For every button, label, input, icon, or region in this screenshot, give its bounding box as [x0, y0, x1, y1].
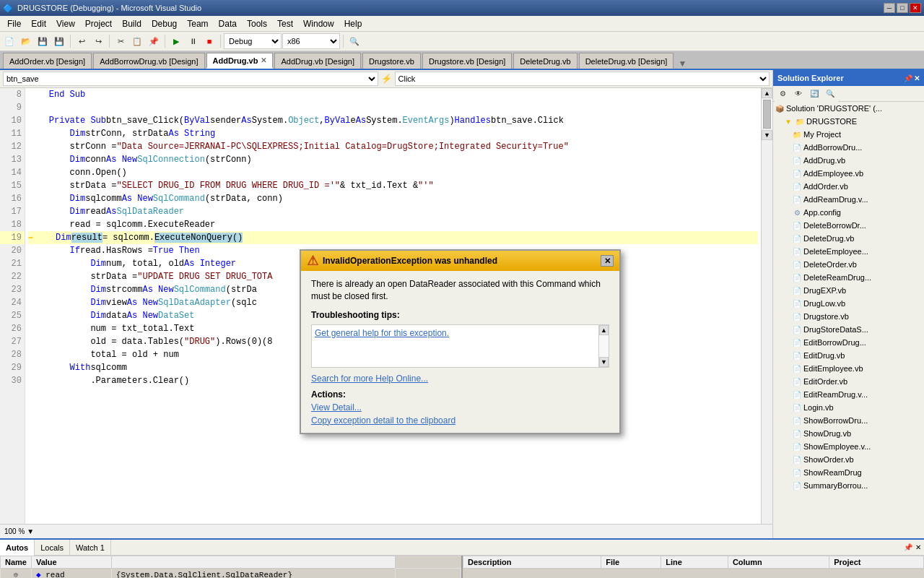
se-editreamdrug[interactable]: 📄 EditReamDrug.v... [773, 388, 924, 401]
tab-addorder-design[interactable]: AddOrder.vb [Design] [3, 53, 92, 69]
se-drugexp[interactable]: 📄 DrugEXP.vb [773, 284, 924, 297]
se-deletereamdrug[interactable]: 📄 DeleteReamDrug... [773, 271, 924, 284]
dlg-sb-dn-btn[interactable]: ▼ [599, 357, 609, 367]
se-project[interactable]: ▼ 📁 DRUGSTORE [773, 115, 924, 128]
menu-project[interactable]: Project [81, 17, 116, 30]
menu-window[interactable]: Window [299, 17, 339, 30]
member-dropdown[interactable]: btn_save [3, 72, 378, 86]
se-deletedrug[interactable]: 📄 DeleteDrug.vb [773, 232, 924, 245]
tab-drugstore[interactable]: Drugstore.vb [362, 53, 421, 69]
se-editborrowdrug[interactable]: 📄 EditBorrowDrug... [773, 336, 924, 349]
tab-adddrug-design[interactable]: AddDrug.vb [Design] [274, 53, 361, 69]
tab-addborrowdrug-design[interactable]: AddBorrowDrug.vb [Design] [93, 53, 204, 69]
tab-locals[interactable]: Locals [35, 540, 70, 556]
se-addemployee[interactable]: 📄 AddEmployee.vb [773, 167, 924, 180]
se-summaryborrow[interactable]: 📄 SummaryBorrou... [773, 479, 924, 492]
se-login[interactable]: 📄 Login.vb [773, 401, 924, 414]
se-adddrug[interactable]: 📄 AddDrug.vb [773, 154, 924, 167]
se-editemployee[interactable]: 📄 EditEmployee.vb [773, 362, 924, 375]
dlg-close-button[interactable]: ✕ [601, 255, 614, 267]
se-editdrug[interactable]: 📄 EditDrug.vb [773, 349, 924, 362]
minimize-button[interactable]: ─ [884, 3, 895, 13]
dlg-view-detail-link[interactable]: View Detail... [311, 402, 609, 413]
dlg-copy-exception-link[interactable]: Copy exception detail to the clipboard [311, 415, 609, 426]
tab-overflow[interactable]: ▼ [675, 59, 689, 69]
tab-autos[interactable]: Autos [0, 540, 35, 556]
se-close-icon[interactable]: ✕ [914, 74, 920, 82]
scrollbar-thumb[interactable] [763, 100, 771, 129]
stop-btn[interactable]: ■ [201, 33, 217, 49]
tab-watch1[interactable]: Watch 1 [70, 540, 111, 556]
scrollbar-down-btn[interactable]: ▼ [762, 130, 772, 140]
save-all-btn[interactable]: 💾 [51, 33, 67, 49]
dlg-scrollbar[interactable]: ▲ ▼ [598, 325, 609, 367]
menu-team[interactable]: Team [183, 17, 212, 30]
menu-tools[interactable]: Tools [243, 17, 271, 30]
se-deleteemployee[interactable]: 📄 DeleteEmployee... [773, 245, 924, 258]
se-properties-btn[interactable]: ⚙ [775, 86, 790, 102]
se-appconfig[interactable]: ⚙ App.config [773, 206, 924, 219]
dlg-search-online-link[interactable]: Search for more Help Online... [311, 374, 609, 384]
code-scrollbar[interactable]: ▲ ▼ [761, 88, 772, 524]
tab-deletedrug-design[interactable]: DeleteDrug.vb [Design] [579, 53, 674, 69]
platform-dropdown[interactable]: x86 Any CPU [282, 33, 340, 49]
open-btn[interactable]: 📂 [18, 33, 34, 49]
expand-read[interactable]: ⊕ [1, 569, 32, 579]
search-btn[interactable]: 🔍 [346, 33, 362, 49]
se-showreamdrug[interactable]: 📄 ShowReamDrug [773, 466, 924, 479]
close-button[interactable]: ✕ [910, 3, 921, 13]
panel-pin-icon[interactable]: 📌 [904, 543, 912, 551]
se-showemployee[interactable]: 📄 ShowEmployee.v... [773, 440, 924, 453]
start-debugging-btn[interactable]: ▶ [168, 33, 184, 49]
tab-deletedrug[interactable]: DeleteDrug.vb [513, 53, 577, 69]
se-druglow[interactable]: 📄 DrugLow.vb [773, 297, 924, 310]
se-show-all-btn[interactable]: 👁 [790, 86, 806, 102]
scrollbar-up-btn[interactable]: ▲ [762, 88, 772, 98]
cut-btn[interactable]: ✂ [113, 33, 128, 49]
se-deleteborrowdrug[interactable]: 📄 DeleteBorrowDr... [773, 219, 924, 232]
tab-drugstore-design[interactable]: Drugstore.vb [Design] [422, 53, 512, 69]
title-bar-controls[interactable]: ─ □ ✕ [884, 3, 921, 13]
pause-btn[interactable]: ⏸ [185, 33, 201, 49]
undo-btn[interactable]: ↩ [74, 33, 90, 49]
tab-adddrug[interactable]: AddDrug.vb ✕ [206, 53, 274, 69]
config-dropdown[interactable]: Debug Release [224, 33, 282, 49]
se-myproject[interactable]: 📁 My Project [773, 128, 924, 141]
se-addborrowdrug[interactable]: 📄 AddBorrowDru... [773, 141, 924, 154]
new-project-btn[interactable]: 📄 [1, 33, 17, 49]
menu-test[interactable]: Test [273, 17, 297, 30]
se-showdrug[interactable]: 📄 ShowDrug.vb [773, 427, 924, 440]
paste-btn[interactable]: 📌 [146, 33, 162, 49]
method-dropdown[interactable]: Click [395, 72, 770, 86]
menu-view[interactable]: View [52, 17, 79, 30]
maximize-button[interactable]: □ [897, 3, 908, 13]
se-showborrowdrug[interactable]: 📄 ShowBorrowDru... [773, 414, 924, 427]
scrollbar-track[interactable] [762, 100, 772, 129]
menu-edit[interactable]: Edit [27, 17, 51, 30]
se-addorder[interactable]: 📄 AddOrder.vb [773, 180, 924, 193]
menu-data[interactable]: Data [214, 17, 241, 30]
menu-debug[interactable]: Debug [147, 17, 181, 30]
se-solution[interactable]: 📦 Solution 'DRUGSTORE' (... [773, 102, 924, 115]
se-drugstore[interactable]: 📄 Drugstore.vb [773, 310, 924, 323]
se-showorder[interactable]: 📄 ShowOrder.vb [773, 453, 924, 466]
se-pin-icon[interactable]: 📌 [904, 74, 912, 82]
menu-file[interactable]: File [3, 17, 25, 30]
menu-help[interactable]: Help [340, 17, 367, 30]
panel-close-icon[interactable]: ✕ [915, 543, 921, 551]
se-search-btn[interactable]: 🔍 [822, 86, 838, 102]
dlg-get-help-link[interactable]: Get general help for this exception. [315, 328, 449, 338]
se-addreamdrug[interactable]: 📄 AddReamDrug.v... [773, 193, 924, 206]
redo-btn[interactable]: ↪ [90, 33, 106, 49]
tb-sep5 [343, 35, 344, 48]
menu-build[interactable]: Build [118, 17, 146, 30]
tab-close-icon[interactable]: ✕ [261, 56, 266, 64]
dlg-sb-up-btn[interactable]: ▲ [599, 325, 609, 335]
copy-btn[interactable]: 📋 [129, 33, 145, 49]
dlg-sb-track[interactable] [599, 335, 609, 357]
se-editorder[interactable]: 📄 EditOrder.vb [773, 375, 924, 388]
se-refresh-btn[interactable]: 🔄 [806, 86, 822, 102]
save-btn[interactable]: 💾 [35, 33, 51, 49]
se-drugstoredata[interactable]: 📄 DrugStoreDataS... [773, 323, 924, 336]
se-deleteorder[interactable]: 📄 DeleteOrder.vb [773, 258, 924, 271]
